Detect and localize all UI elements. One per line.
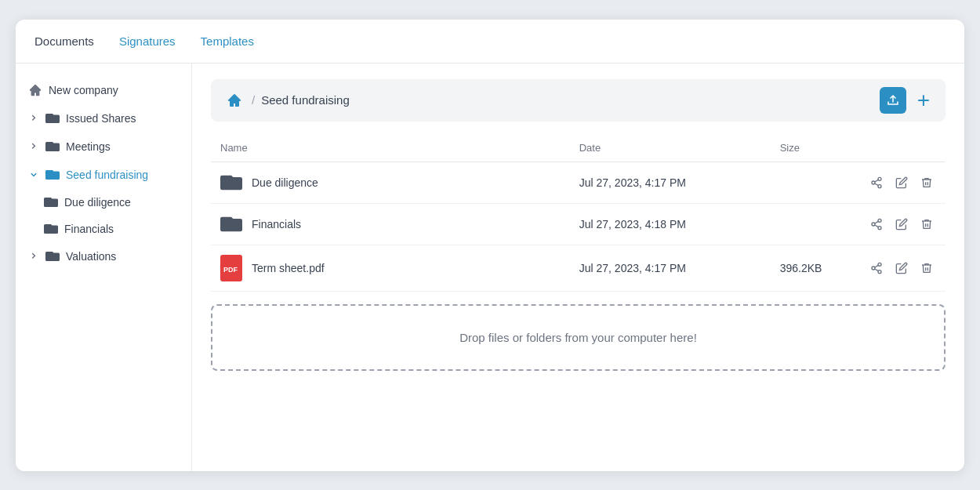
- share-button[interactable]: [867, 215, 886, 234]
- tab-signatures[interactable]: Signatures: [119, 20, 176, 62]
- edit-button[interactable]: [892, 215, 911, 234]
- folder-file-icon: [220, 213, 242, 235]
- breadcrumb-bar: / Seed fundraising +: [211, 79, 946, 122]
- svg-point-13: [872, 267, 875, 270]
- breadcrumb-actions: +: [880, 87, 933, 114]
- svg-point-0: [878, 177, 881, 180]
- file-date: Jul 27, 2023, 4:17 PM: [570, 162, 771, 203]
- home-icon: [28, 83, 42, 97]
- file-table: Name Date Size: [211, 137, 946, 292]
- folder-icon: [44, 195, 58, 209]
- edit-icon: [895, 176, 908, 189]
- upload-icon: [887, 94, 899, 107]
- sidebar-label-new-company: New company: [49, 84, 118, 96]
- share-icon: [870, 218, 883, 230]
- share-button[interactable]: [867, 173, 886, 192]
- breadcrumb-current: Seed fundraising: [261, 93, 350, 107]
- sidebar-label-valuations: Valuations: [66, 250, 116, 263]
- sidebar-label-financials: Financials: [64, 223, 114, 235]
- sidebar-item-due-diligence[interactable]: Due diligence: [38, 189, 191, 216]
- folder-open-icon: [45, 168, 60, 182]
- sidebar-item-meetings[interactable]: Meetings: [16, 132, 191, 161]
- folder-icon: [45, 140, 60, 154]
- table-row: Financials Jul 27, 2023, 4:18 PM: [211, 203, 946, 245]
- breadcrumb: / Seed fundraising: [223, 89, 350, 111]
- chevron-right-icon: [28, 251, 39, 262]
- drop-zone-text: Drop files or folders from your computer…: [459, 331, 697, 344]
- svg-line-3: [875, 183, 879, 186]
- svg-text:PDF: PDF: [223, 266, 238, 274]
- breadcrumb-separator: /: [252, 93, 255, 107]
- share-button[interactable]: [867, 259, 886, 278]
- col-header-name: Name: [211, 137, 570, 162]
- delete-button[interactable]: [917, 215, 936, 234]
- file-name-cell: Financials: [211, 203, 570, 245]
- file-size: [771, 203, 858, 245]
- sidebar-item-financials[interactable]: Financials: [38, 216, 191, 242]
- file-name: Due diligence: [252, 176, 318, 189]
- file-actions-cell: [858, 203, 946, 245]
- trash-icon: [920, 218, 933, 230]
- sidebar-label-meetings: Meetings: [66, 140, 111, 153]
- content-area: / Seed fundraising +: [192, 64, 964, 471]
- chevron-right-icon: [28, 113, 39, 124]
- col-header-size: Size: [771, 137, 858, 162]
- svg-point-6: [872, 223, 875, 226]
- svg-line-4: [875, 180, 879, 182]
- tab-templates[interactable]: Templates: [201, 20, 254, 62]
- home-breadcrumb-icon: [227, 93, 242, 108]
- trash-icon: [920, 176, 933, 189]
- edit-button[interactable]: [892, 259, 911, 278]
- share-icon: [870, 176, 883, 189]
- file-actions-cell: [858, 162, 946, 203]
- sidebar: New company Issued Shares: [16, 64, 192, 471]
- folder-icon: [45, 249, 60, 263]
- folder-file-icon: [220, 172, 242, 194]
- edit-button[interactable]: [892, 173, 911, 192]
- svg-point-12: [878, 263, 881, 266]
- delete-button[interactable]: [917, 173, 936, 192]
- sidebar-label-seed-fundraising: Seed fundraising: [66, 169, 148, 181]
- upload-button[interactable]: [880, 87, 906, 114]
- col-header-date: Date: [570, 137, 771, 162]
- sidebar-item-issued-shares[interactable]: Issued Shares: [16, 104, 191, 132]
- breadcrumb-home-button[interactable]: [223, 89, 245, 111]
- sidebar-label-due-diligence: Due diligence: [64, 196, 131, 209]
- chevron-down-icon: [28, 169, 39, 180]
- sidebar-item-new-company[interactable]: New company: [16, 76, 191, 104]
- svg-point-7: [878, 226, 881, 229]
- delete-button[interactable]: [917, 259, 936, 278]
- trash-icon: [920, 262, 933, 274]
- sidebar-item-seed-fundraising[interactable]: Seed fundraising: [16, 161, 191, 189]
- file-size: [771, 162, 858, 203]
- sidebar-item-valuations[interactable]: Valuations: [16, 242, 191, 270]
- file-date: Jul 27, 2023, 4:17 PM: [570, 245, 771, 291]
- sidebar-label-issued-shares: Issued Shares: [66, 112, 136, 125]
- file-name-cell: PDF Term sheet.pdf: [211, 245, 570, 291]
- tab-documents[interactable]: Documents: [34, 20, 94, 62]
- pdf-file-icon: PDF: [220, 255, 242, 281]
- file-date: Jul 27, 2023, 4:18 PM: [570, 203, 771, 245]
- folder-icon: [44, 222, 58, 236]
- file-actions-cell: [858, 245, 946, 291]
- edit-icon: [895, 262, 908, 274]
- file-name: Term sheet.pdf: [252, 262, 325, 274]
- edit-icon: [895, 218, 908, 230]
- drop-zone[interactable]: Drop files or folders from your computer…: [211, 304, 946, 371]
- svg-point-5: [878, 219, 881, 222]
- svg-line-15: [875, 269, 879, 271]
- file-name-cell: Due diligence: [211, 162, 570, 203]
- col-header-actions: [858, 137, 946, 162]
- svg-point-2: [878, 184, 881, 187]
- file-size: 396.2KB: [771, 245, 858, 291]
- sidebar-subitems: Due diligence Financials: [16, 189, 191, 242]
- add-button[interactable]: +: [914, 88, 933, 113]
- svg-line-8: [875, 225, 879, 227]
- table-row: PDF Term sheet.pdf Jul 27, 2023, 4:17 PM…: [211, 245, 946, 291]
- chevron-right-icon: [28, 141, 39, 152]
- share-icon: [870, 262, 883, 274]
- svg-point-14: [878, 270, 881, 273]
- svg-line-9: [875, 221, 879, 223]
- file-name: Financials: [252, 218, 301, 230]
- top-tab-bar: Documents Signatures Templates: [16, 20, 964, 64]
